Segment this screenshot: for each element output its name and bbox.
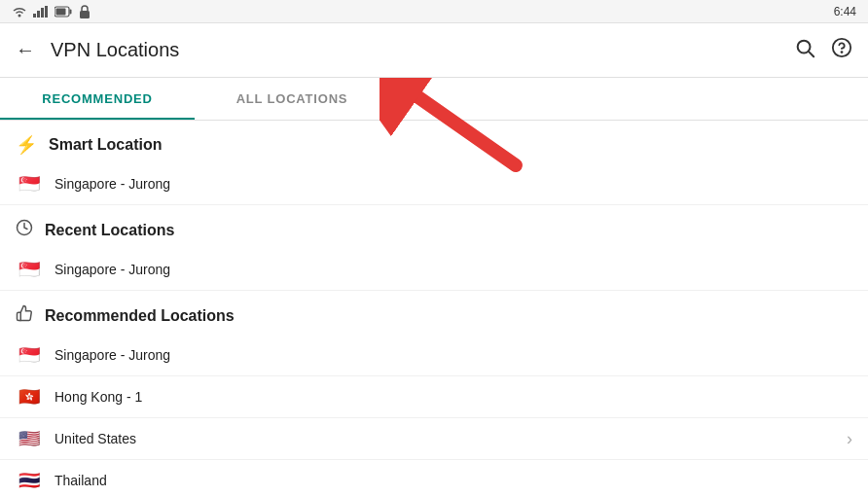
svg-rect-1 xyxy=(33,14,36,18)
tab-all-locations[interactable]: ALL LOCATIONS xyxy=(195,78,389,120)
header-actions xyxy=(794,37,852,64)
location-name-hk: Hong Kong - 1 xyxy=(54,389,142,405)
svg-rect-7 xyxy=(56,8,66,15)
flag-sg-rec: 🇸🇬 xyxy=(16,346,43,364)
svg-rect-4 xyxy=(45,6,48,18)
flag-hk: 🇭🇰 xyxy=(16,388,43,406)
location-name-us: United States xyxy=(54,431,136,446)
back-button[interactable]: ← xyxy=(16,39,35,61)
list-item[interactable]: 🇸🇬 Singapore - Jurong xyxy=(0,249,868,291)
chevron-right-icon: › xyxy=(847,429,852,449)
recent-locations-title: Recent Locations xyxy=(45,222,174,239)
svg-rect-8 xyxy=(80,11,90,18)
list-item[interactable]: 🇹🇭 Thailand xyxy=(0,460,868,493)
flag-sg-smart: 🇸🇬 xyxy=(16,175,43,193)
location-name-sg-rec: Singapore - Jurong xyxy=(54,347,170,363)
header: ← VPN Locations xyxy=(0,23,868,78)
recent-location-icon xyxy=(16,219,33,241)
location-name-sg-recent: Singapore - Jurong xyxy=(54,262,170,277)
status-bar: 6:44 xyxy=(0,0,868,23)
flag-sg-recent: 🇸🇬 xyxy=(16,261,43,278)
list-item[interactable]: 🇭🇰 Hong Kong - 1 xyxy=(0,376,868,418)
svg-rect-3 xyxy=(41,8,44,18)
svg-rect-6 xyxy=(70,9,72,14)
signal-icon xyxy=(33,6,49,18)
help-icon[interactable] xyxy=(831,37,852,64)
status-time: 6:44 xyxy=(834,5,856,18)
wifi-icon xyxy=(12,6,27,18)
flag-us: 🇺🇸 xyxy=(16,430,43,447)
smart-location-section-header: ⚡ Smart Location xyxy=(0,121,868,163)
svg-point-0 xyxy=(18,14,21,17)
svg-rect-2 xyxy=(37,11,40,18)
tab-recommended[interactable]: RECOMMENDED xyxy=(0,78,195,120)
tabs-bar: RECOMMENDED ALL LOCATIONS xyxy=(0,78,868,121)
recommended-locations-title: Recommended Locations xyxy=(45,307,235,325)
header-left: ← VPN Locations xyxy=(16,39,179,61)
svg-line-10 xyxy=(809,52,814,56)
page-title: VPN Locations xyxy=(51,39,179,61)
flag-th: 🇹🇭 xyxy=(16,472,43,489)
smart-location-title: Smart Location xyxy=(49,136,162,154)
location-name-sg-smart: Singapore - Jurong xyxy=(54,176,170,192)
battery-icon xyxy=(54,6,72,18)
status-icons xyxy=(12,5,91,18)
list-item[interactable]: 🇸🇬 Singapore - Jurong xyxy=(0,163,868,205)
list-item[interactable]: 🇸🇬 Singapore - Jurong xyxy=(0,335,868,376)
recommended-location-icon xyxy=(16,304,33,327)
lock-icon xyxy=(78,5,91,18)
search-icon[interactable] xyxy=(794,37,815,64)
smart-location-icon: ⚡ xyxy=(16,134,37,156)
location-name-th: Thailand xyxy=(54,473,107,488)
recommended-locations-section-header: Recommended Locations xyxy=(0,291,868,335)
content-area: ⚡ Smart Location 🇸🇬 Singapore - Jurong R… xyxy=(0,121,868,493)
list-item[interactable]: 🇺🇸 United States › xyxy=(0,418,868,460)
recent-locations-section-header: Recent Locations xyxy=(0,205,868,249)
